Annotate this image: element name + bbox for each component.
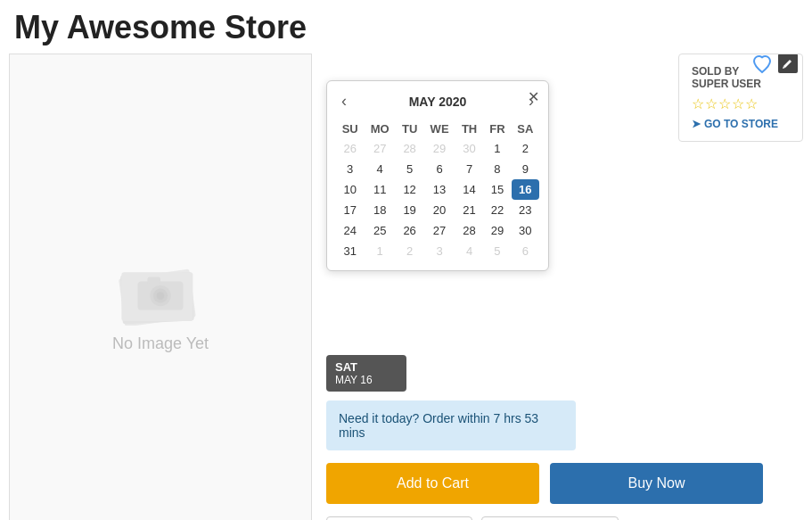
calendar-week-row: 10111213141516 xyxy=(336,179,539,200)
calendar-day-cell[interactable]: 26 xyxy=(336,138,364,159)
day-header-su: SU xyxy=(336,120,364,138)
add-compare-button[interactable]: Add to Compare xyxy=(326,516,472,520)
star-4: ☆ xyxy=(732,95,744,112)
sold-by-label: SOLD BY xyxy=(692,65,790,78)
day-header-tu: TU xyxy=(396,120,423,138)
go-to-store-link[interactable]: ➤ GO TO STORE xyxy=(692,118,790,130)
calendar-day-cell[interactable]: 3 xyxy=(423,241,455,261)
date-label-box: SAT MAY 16 xyxy=(326,355,406,392)
calendar-day-cell[interactable]: 17 xyxy=(336,200,364,220)
go-to-store-arrow: ➤ xyxy=(692,118,701,130)
calendar-day-cell[interactable]: 19 xyxy=(396,200,423,220)
calendar-day-cell[interactable]: 5 xyxy=(483,241,511,261)
go-to-store-text: GO TO STORE xyxy=(704,118,778,130)
star-1: ☆ xyxy=(692,95,704,112)
calendar-day-cell[interactable]: 1 xyxy=(364,241,396,261)
calendar-day-cell[interactable]: 3 xyxy=(336,159,364,179)
calendar-day-cell[interactable]: 30 xyxy=(512,220,539,241)
date-label-date: MAY 16 xyxy=(335,374,398,386)
no-image-text: No Image Yet xyxy=(112,334,209,353)
calendar-day-cell[interactable]: 29 xyxy=(423,138,455,159)
add-to-cart-button[interactable]: Add to Cart xyxy=(326,463,539,504)
star-5: ☆ xyxy=(745,95,758,112)
calendar-day-cell[interactable]: 2 xyxy=(512,138,539,159)
day-header-we: WE xyxy=(423,120,455,138)
calendar-day-cell[interactable]: 20 xyxy=(423,200,455,220)
star-3: ☆ xyxy=(718,95,731,112)
day-header-th: TH xyxy=(455,120,483,138)
calendar-week-row: 3456789 xyxy=(336,159,539,179)
calendar-day-cell[interactable]: 22 xyxy=(483,200,511,220)
camera-icon xyxy=(107,254,214,326)
calendar-header: ‹ MAY 2020 › xyxy=(336,90,539,112)
calendar-day-cell[interactable]: 13 xyxy=(423,179,455,200)
day-header-fr: FR xyxy=(483,120,511,138)
calendar-day-cell[interactable]: 16 xyxy=(512,179,539,200)
svg-point-6 xyxy=(157,292,165,300)
calendar-day-cell[interactable]: 15 xyxy=(483,179,511,200)
store-title: My Awesome Store xyxy=(0,0,812,54)
delivery-notice-text: Need it today? Order within 7 hrs 53 min… xyxy=(339,411,538,440)
date-label-day: SAT xyxy=(335,360,398,374)
calendar-day-cell[interactable]: 28 xyxy=(396,138,423,159)
main-content: No Image Yet ✕ ‹ MAY 2020 xyxy=(0,54,812,520)
calendar-day-cell[interactable]: 4 xyxy=(364,159,396,179)
calendar-week-row: 31123456 xyxy=(336,241,539,261)
calendar-close-button[interactable]: ✕ xyxy=(528,88,539,105)
calendar-week-row: 24252627282930 xyxy=(336,220,539,241)
calendar-day-cell[interactable]: 5 xyxy=(396,159,423,179)
calendar-day-cell[interactable]: 10 xyxy=(336,179,364,200)
calendar-day-cell[interactable]: 6 xyxy=(423,159,455,179)
calendar-day-cell[interactable]: 21 xyxy=(455,200,483,220)
calendar-week-row: 262728293012 xyxy=(336,138,539,159)
calendar-day-cell[interactable]: 29 xyxy=(483,220,511,241)
sold-by-name: SUPER USER xyxy=(692,78,790,90)
calendar-prev-button[interactable]: ‹ xyxy=(336,90,352,112)
calendar-day-cell[interactable]: 8 xyxy=(483,159,511,179)
calendar-day-cell[interactable]: 18 xyxy=(364,200,396,220)
calendar-day-cell[interactable]: 12 xyxy=(396,179,423,200)
calendar-day-cell[interactable]: 1 xyxy=(483,138,511,159)
sold-by-box: SOLD BY SUPER USER ☆ ☆ ☆ ☆ ☆ ➤ GO TO STO… xyxy=(678,54,803,142)
delivery-notice: Need it today? Order within 7 hrs 53 min… xyxy=(326,400,576,450)
no-image-placeholder: No Image Yet xyxy=(107,254,214,353)
day-header-sa: SA xyxy=(512,120,539,138)
calendar-day-cell[interactable]: 9 xyxy=(512,159,539,179)
calendar-week-row: 17181920212223 xyxy=(336,200,539,220)
calendar-day-cell[interactable]: 14 xyxy=(455,179,483,200)
calendar-day-cell[interactable]: 6 xyxy=(512,241,539,261)
calendar-day-cell[interactable]: 31 xyxy=(336,241,364,261)
buy-now-button[interactable]: Buy Now xyxy=(550,463,763,504)
calendar-day-cell[interactable]: 11 xyxy=(364,179,396,200)
star-rating: ☆ ☆ ☆ ☆ ☆ xyxy=(692,95,790,112)
calendar-day-cell[interactable]: 25 xyxy=(364,220,396,241)
write-review-button[interactable]: Write a Review xyxy=(481,516,619,520)
calendar-day-cell[interactable]: 26 xyxy=(396,220,423,241)
calendar-day-cell[interactable]: 27 xyxy=(423,220,455,241)
day-header-mo: MO xyxy=(364,120,396,138)
star-2: ☆ xyxy=(705,95,718,112)
product-image-box: No Image Yet xyxy=(9,54,312,520)
calendar-day-cell[interactable]: 27 xyxy=(364,138,396,159)
calendar-month-label: MAY 2020 xyxy=(409,95,467,109)
calendar-day-cell[interactable]: 24 xyxy=(336,220,364,241)
calendar-day-cell[interactable]: 7 xyxy=(455,159,483,179)
svg-rect-7 xyxy=(147,277,160,283)
calendar-day-cell[interactable]: 30 xyxy=(455,138,483,159)
secondary-buttons: Add to Compare Write a Review xyxy=(326,516,803,520)
calendar-grid: SU MO TU WE TH FR SA 2627282930123456789… xyxy=(336,120,539,261)
calendar-day-cell[interactable]: 2 xyxy=(396,241,423,261)
calendar-day-cell[interactable]: 23 xyxy=(512,200,539,220)
calendar-day-cell[interactable]: 4 xyxy=(455,241,483,261)
calendar-day-headers: SU MO TU WE TH FR SA xyxy=(336,120,539,138)
right-panel: ✕ ‹ MAY 2020 › SU MO TU WE TH FR SA xyxy=(326,54,803,520)
calendar-popup: ✕ ‹ MAY 2020 › SU MO TU WE TH FR SA xyxy=(326,80,549,271)
calendar-day-cell[interactable]: 28 xyxy=(455,220,483,241)
action-buttons: Add to Cart Buy Now xyxy=(326,463,763,504)
